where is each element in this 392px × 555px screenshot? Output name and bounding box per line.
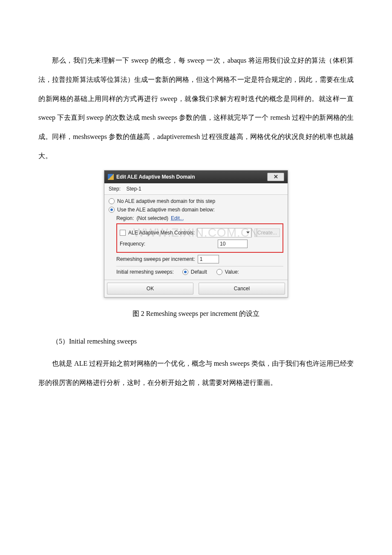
frequency-row: Frequency: 10 [120, 240, 280, 248]
divider [116, 266, 283, 266]
figure-2-wrapper: WWW.ZIXIN.COM.CN Edit ALE Adaptive Mesh … [38, 170, 354, 298]
radio-no-domain-label: No ALE adaptive mesh domain for this ste… [117, 198, 215, 204]
radio-icon [109, 207, 115, 213]
step-row: Step: Step-1 [104, 183, 288, 195]
region-label: Region: [116, 215, 134, 221]
titlebar-left: Edit ALE Adaptive Mesh Domain [108, 174, 195, 180]
section-5-heading: （5）Initial remeshing sweeps [38, 332, 354, 351]
create-button[interactable]: Create... [254, 228, 280, 237]
dialog-titlebar: Edit ALE Adaptive Mesh Domain ✕ [104, 171, 288, 183]
dialog-button-row: OK Cancel [104, 280, 288, 297]
initial-sweeps-row: Initial remeshing sweeps: Default Value: [116, 269, 283, 275]
region-value: (Not selected) [136, 215, 168, 221]
document-page: 那么，我们先来理解一下 sweep 的概念，每 sweep 一次，abaqus … [0, 0, 392, 422]
close-icon: ✕ [274, 173, 278, 180]
ok-button[interactable]: OK [107, 283, 193, 295]
edit-ale-domain-dialog: WWW.ZIXIN.COM.CN Edit ALE Adaptive Mesh … [104, 170, 288, 298]
dialog-title: Edit ALE Adaptive Mesh Domain [116, 174, 195, 180]
controls-checkbox[interactable] [120, 230, 126, 236]
controls-row: ALE Adaptive Mesh Controls: Create... [120, 228, 280, 237]
radio-no-domain-row[interactable]: No ALE adaptive mesh domain for this ste… [109, 198, 283, 204]
radio-use-domain-label: Use the ALE adaptive mesh domain below: [117, 207, 215, 213]
step-value: Step-1 [126, 186, 141, 192]
figure-2-caption: 图 2 Remeshing sweeps per increment 的设立 [38, 308, 354, 320]
frequency-input[interactable]: 10 [218, 240, 248, 248]
highlighted-settings-box: ALE Adaptive Mesh Controls: Create... Fr… [116, 223, 283, 253]
radio-icon[interactable] [182, 269, 188, 275]
controls-label: ALE Adaptive Mesh Controls: [128, 230, 195, 236]
radio-icon[interactable] [216, 269, 222, 275]
chevron-down-icon [246, 231, 250, 234]
default-label: Default [191, 269, 207, 275]
frequency-label: Frequency: [120, 241, 145, 247]
close-button[interactable]: ✕ [267, 173, 284, 181]
remesh-sweeps-row: Remeshing sweeps per increment: 1 [116, 255, 283, 263]
paragraph-initial-sweeps: 也就是 ALE 过程开始之前对网格的一个优化，概念与 mesh sweeps 类… [38, 354, 354, 393]
step-label: Step: [109, 186, 121, 192]
radio-icon [109, 198, 115, 204]
edit-region-link[interactable]: Edit... [171, 215, 184, 221]
radio-use-domain-row[interactable]: Use the ALE adaptive mesh domain below: [109, 207, 283, 213]
value-label: Value: [225, 269, 239, 275]
radio-block: No ALE adaptive mesh domain for this ste… [104, 195, 288, 280]
initial-sweeps-label: Initial remeshing sweeps: [116, 269, 174, 275]
domain-settings: Region: (Not selected) Edit... ALE Adapt… [109, 215, 283, 275]
remesh-sweeps-input[interactable]: 1 [198, 255, 219, 263]
app-icon [108, 174, 114, 180]
remesh-sweeps-label: Remeshing sweeps per increment: [116, 256, 195, 262]
cancel-button[interactable]: Cancel [199, 283, 285, 295]
controls-dropdown[interactable] [197, 228, 252, 237]
paragraph-sweep-concept: 那么，我们先来理解一下 sweep 的概念，每 sweep 一次，abaqus … [38, 51, 354, 166]
region-row: Region: (Not selected) Edit... [116, 215, 283, 221]
